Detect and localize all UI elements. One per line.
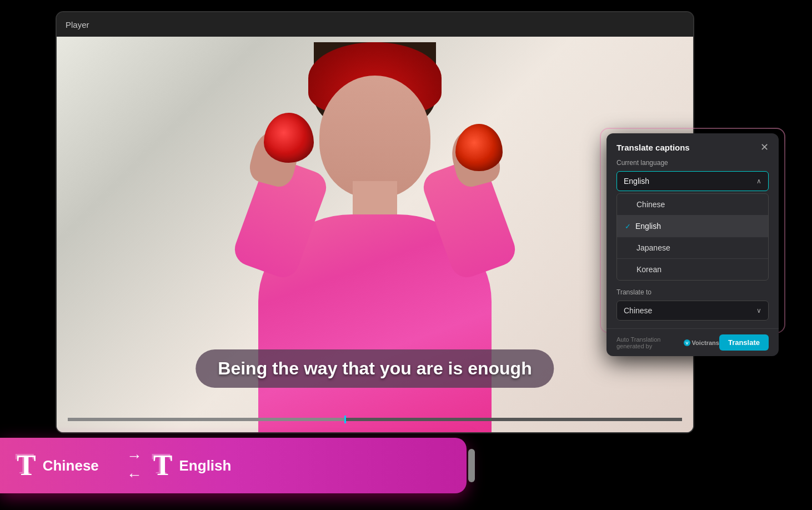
arrow-left-icon: ←: [127, 467, 142, 483]
neck: [353, 181, 397, 214]
svg-text:V: V: [685, 341, 689, 346]
language-option-japanese[interactable]: Japanese: [617, 237, 768, 258]
current-language-dropdown[interactable]: English ∧: [616, 171, 769, 191]
arrow-right-icon: →: [127, 448, 142, 464]
translate-to-arrow-icon: ∨: [756, 307, 761, 314]
subtitle-text: Being the way that you are is enough: [218, 358, 532, 378]
translation-bar: T Chinese → ← T English: [0, 438, 467, 493]
language-dropdown-list: Chinese ✓ English Japanese Korean: [616, 193, 769, 281]
timeline-cursor: [344, 416, 346, 423]
target-t-icon: T: [153, 451, 173, 480]
swap-arrows[interactable]: → ←: [127, 448, 142, 483]
translate-to-selected[interactable]: Chinese ∨: [617, 301, 768, 320]
rose-left: [264, 113, 314, 163]
translate-captions-panel: Translate captions ✕ Current language En…: [607, 133, 779, 356]
translate-to-value: Chinese: [624, 306, 652, 315]
language-name-korean: Korean: [636, 265, 661, 274]
panel-header: Translate captions ✕: [607, 133, 779, 159]
close-button[interactable]: ✕: [760, 142, 769, 152]
translate-to-label: Translate to: [607, 281, 779, 301]
head: [319, 76, 430, 198]
source-language-name: Chinese: [43, 457, 99, 474]
language-name-chinese: Chinese: [636, 200, 665, 209]
current-language-label: Current language: [607, 159, 779, 171]
target-language-name: English: [179, 457, 232, 474]
language-option-chinese[interactable]: Chinese: [617, 194, 768, 215]
timeline-progress: [68, 418, 344, 421]
translate-to-dropdown[interactable]: Chinese ∨: [616, 301, 769, 321]
brand-name: Voictrans: [692, 339, 719, 346]
language-name-english: English: [635, 222, 661, 231]
attribution-label: Auto Translation generated by: [616, 336, 681, 349]
dropdown-selected-value[interactable]: English ∧: [617, 172, 768, 191]
scroll-indicator[interactable]: [468, 449, 475, 482]
language-option-korean[interactable]: Korean: [617, 259, 768, 280]
timeline[interactable]: [68, 418, 682, 421]
attribution-text: Auto Translation generated by V Voictran…: [616, 336, 719, 349]
video-area: Being the way that you are is enough: [57, 37, 693, 432]
titlebar: Player: [57, 12, 693, 37]
language-option-english[interactable]: ✓ English: [617, 216, 768, 237]
language-name-japanese: Japanese: [636, 243, 670, 252]
dropdown-arrow-icon: ∧: [756, 177, 761, 185]
player-title: Player: [66, 20, 89, 29]
subtitle-bar: Being the way that you are is enough: [196, 349, 554, 388]
brand-logo: V Voictrans: [683, 339, 719, 347]
rose-right: [455, 124, 503, 171]
brand-logo-icon: V: [683, 339, 691, 347]
selected-language-text: English: [624, 177, 649, 186]
panel-footer: Auto Translation generated by V Voictran…: [607, 328, 779, 356]
panel-title: Translate captions: [616, 143, 690, 152]
monitor: Player Being the way that you are is en: [56, 11, 694, 433]
scene: Player Being the way that you are is en: [0, 0, 812, 510]
translate-button[interactable]: Translate: [719, 334, 769, 351]
check-icon-english: ✓: [625, 222, 631, 231]
source-t-icon: T: [17, 451, 36, 480]
